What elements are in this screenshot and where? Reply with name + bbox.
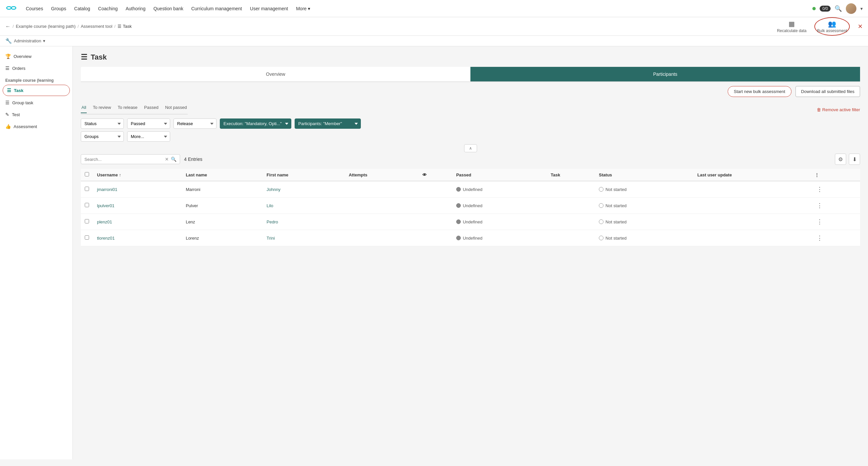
filter-release-select[interactable]: Release	[174, 119, 217, 129]
filter-tabs-row: All To review To release Passed Not pass…	[81, 101, 860, 119]
filter-tab-passed[interactable]: Passed	[143, 103, 159, 113]
settings-icon-btn[interactable]: ⚙	[835, 154, 846, 165]
passed-dot-icon	[456, 187, 461, 192]
status-circle-icon	[599, 219, 603, 224]
main-layout: 🏆 Overview ☰ Orders Example course (lear…	[0, 46, 868, 459]
row-update-1	[693, 181, 811, 197]
nav-catalog[interactable]: Catalog	[71, 4, 93, 13]
breadcrumb-assessment-tool[interactable]: Assessment tool	[81, 24, 112, 29]
col-header-username[interactable]: Username ↑	[93, 169, 182, 181]
row-eye-2	[418, 197, 452, 214]
download-icon-btn[interactable]: ⬇	[849, 154, 860, 165]
row-4-checkbox[interactable]	[85, 235, 89, 240]
page-title-text: Task	[91, 53, 107, 62]
start-bulk-assessment-btn[interactable]: Start new bulk assessment	[727, 86, 792, 97]
row-username-2[interactable]: lpulver01	[93, 197, 182, 214]
filter-status-select[interactable]: Status	[81, 119, 124, 129]
breadcrumb: ← / Example course (learning path) / Ass…	[5, 24, 132, 29]
recalculate-btn[interactable]: ▦ Recalculate data	[777, 20, 806, 33]
row-2-menu-btn[interactable]: ⋮	[815, 201, 825, 210]
row-3-checkbox[interactable]	[85, 219, 89, 223]
passed-dot-icon	[456, 236, 461, 240]
sidebar-item-orders[interactable]: ☰ Orders	[0, 62, 72, 74]
passed-status-4: Undefined	[456, 236, 543, 241]
filter-more-select[interactable]: More...	[127, 131, 170, 142]
passed-dot-icon	[456, 203, 461, 208]
search-icon[interactable]: 🔍	[171, 157, 177, 162]
tab-participants[interactable]: Participants	[470, 67, 860, 82]
nav-curriculum[interactable]: Curriculum management	[188, 4, 245, 13]
breadcrumb-task: ☰ Task	[118, 24, 132, 29]
row-1-checkbox[interactable]	[85, 187, 89, 191]
row-username-4[interactable]: tlorenz01	[93, 230, 182, 246]
close-btn[interactable]: ✕	[858, 23, 863, 30]
row-menu-3: ⋮	[811, 214, 860, 230]
download-files-btn[interactable]: Download all submitted files	[796, 86, 860, 97]
sidebar-item-overview[interactable]: 🏆 Overview	[0, 50, 72, 62]
table-actions: ⚙ ⬇	[835, 154, 860, 165]
nav-user-management[interactable]: User management	[247, 4, 291, 13]
task-list-icon: ☰	[7, 88, 11, 93]
row-status-2: Not started	[595, 197, 693, 214]
nav-authoring[interactable]: Authoring	[122, 4, 149, 13]
row-update-3	[693, 214, 811, 230]
remove-filter-btn[interactable]: 🗑 Remove active filter	[817, 107, 860, 112]
row-2-checkbox[interactable]	[85, 203, 89, 207]
nav-dropdown-icon[interactable]: ▾	[860, 6, 863, 11]
nav-more[interactable]: More ▾	[292, 4, 313, 13]
nav-courses[interactable]: Courses	[23, 4, 46, 13]
search-input-wrap: ✕ 🔍	[81, 154, 180, 164]
row-firstname-3: Pedro	[262, 214, 345, 230]
admin-dropdown-icon[interactable]: ▾	[43, 38, 45, 43]
breadcrumb-actions: ▦ Recalculate data 👥 Bulk assessment ✕	[777, 17, 863, 36]
search-icon[interactable]: 🔍	[835, 5, 842, 12]
filter-tab-not-passed[interactable]: Not passed	[164, 103, 188, 113]
tab-overview[interactable]: Overview	[81, 67, 470, 82]
page-title: ☰ Task	[81, 53, 860, 62]
row-firstname-1: Johnny	[262, 181, 345, 197]
bulk-assessment-highlight: 👥 Bulk assessment	[814, 17, 850, 36]
row-4-menu-btn[interactable]: ⋮	[815, 234, 825, 242]
nav-coaching[interactable]: Coaching	[95, 4, 121, 13]
row-username-1[interactable]: jmarroni01	[93, 181, 182, 197]
filter-groups-select[interactable]: Groups	[81, 131, 124, 142]
participants-table: Username ↑ Last name First name Attempts…	[81, 169, 860, 246]
row-passed-2: Undefined	[452, 197, 547, 214]
row-menu-1: ⋮	[811, 181, 860, 197]
sidebar-item-assessment[interactable]: 👍 Assessment	[0, 121, 72, 132]
avatar[interactable]	[846, 3, 857, 14]
filter-tab-all[interactable]: All	[81, 103, 87, 113]
trash-icon: 🗑	[817, 107, 821, 112]
breadcrumb-sep-3: /	[114, 24, 116, 29]
col-header-firstname: First name	[262, 169, 345, 181]
clear-search-icon[interactable]: ✕	[165, 157, 169, 162]
sidebar-item-test[interactable]: ✎ Test	[0, 108, 72, 121]
status-badge-4: Not started	[599, 236, 689, 241]
collapse-filters-btn[interactable]: ∧	[464, 144, 477, 152]
filter-execution-select[interactable]: Execution: "Mandatory, Opti..."	[220, 119, 291, 129]
sidebar-group-task-label: Group task	[12, 100, 33, 105]
filter-tab-review[interactable]: To review	[92, 103, 112, 113]
status-dot	[812, 7, 816, 10]
row-username-3[interactable]: plenz01	[93, 214, 182, 230]
table-row: plenz01 Lenz Pedro Undefined	[81, 214, 860, 230]
nav-right-area: 0/0 🔍 ▾	[812, 3, 863, 14]
row-1-menu-btn[interactable]: ⋮	[815, 185, 825, 194]
row-firstname-2: Lilo	[262, 197, 345, 214]
bulk-assessment-container: 👥 Bulk assessment	[814, 17, 850, 36]
select-all-checkbox[interactable]	[85, 172, 89, 177]
logo[interactable]	[5, 2, 21, 15]
sidebar-item-task[interactable]: ☰ Task	[3, 85, 70, 96]
search-input[interactable]	[85, 157, 163, 162]
breadcrumb-back-btn[interactable]: ←	[5, 24, 10, 29]
status-circle-icon	[599, 203, 603, 208]
bulk-assessment-btn[interactable]: 👥 Bulk assessment	[817, 20, 847, 33]
nav-groups[interactable]: Groups	[48, 4, 69, 13]
row-3-menu-btn[interactable]: ⋮	[815, 217, 825, 226]
filter-tab-release[interactable]: To release	[117, 103, 138, 113]
breadcrumb-course[interactable]: Example course (learning path)	[16, 24, 76, 29]
sidebar-item-group-task[interactable]: ☰ Group task	[0, 97, 72, 108]
filter-participants-select[interactable]: Participants: "Member"	[294, 119, 361, 129]
nav-question-bank[interactable]: Question bank	[150, 4, 186, 13]
filter-passed-select[interactable]: Passed	[127, 119, 170, 129]
